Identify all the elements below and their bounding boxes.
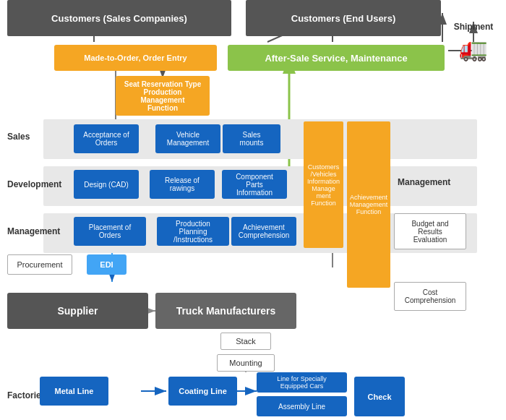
placement-orders-box: Placement of Orders — [74, 217, 146, 246]
acceptance-orders-box: Acceptance of Orders — [74, 124, 139, 153]
procurement-box: Procurement — [7, 254, 72, 275]
achievement-mgmt-box: Achievement Management Function — [347, 121, 390, 288]
check-box: Check — [354, 377, 405, 416]
management-label: Management — [7, 226, 60, 236]
production-planning-box: Production Planning /Instructions — [157, 217, 229, 246]
customers-sales-box: Customers (Sales Companies) — [7, 0, 231, 36]
stack-box: Stack — [220, 333, 271, 350]
supplier-box: Supplier — [7, 293, 148, 329]
specially-equipped-box: Line for Specially Equipped Cars — [257, 372, 347, 393]
sales-mounts-box: Sales mounts — [223, 124, 280, 153]
design-cad-box: Design (CAD) — [74, 170, 139, 199]
edi-box: EDI — [87, 254, 126, 275]
management-right-label: Management — [398, 177, 450, 187]
budget-results-box: Budget and Results Evaluation — [394, 213, 466, 249]
assembly-line-box: Assembly Line — [257, 396, 347, 416]
achievement-comprehension-box: Achievement Comprehension — [231, 217, 296, 246]
component-parts-box: Component Parts Information — [222, 170, 287, 199]
shipment-label: Shipment — [448, 22, 499, 32]
customers-end-box: Customers (End Users) — [246, 0, 441, 36]
customers-vehicles-info-box: Customers /Vehicles Information Manage m… — [304, 121, 343, 248]
development-label: Development — [7, 179, 61, 189]
metal-line-box: Metal Line — [40, 377, 108, 406]
after-sale-box: After-Sale Service, Maintenance — [228, 45, 445, 71]
mounting-box: Mounting — [217, 354, 275, 372]
coating-line-box: Coating Line — [168, 377, 237, 406]
shipment-area: Shipment 🚛 — [448, 22, 499, 62]
truck-icon: 🚛 — [448, 35, 499, 62]
release-drawings-box: Release of rawings — [150, 170, 215, 199]
made-to-order-box: Made-to-Order, Order Entry — [54, 45, 217, 71]
cost-comprehension-box: Cost Comprehension — [394, 282, 466, 311]
seat-reservation-box: Seat Reservation Type Production Managem… — [116, 76, 210, 116]
vehicle-mgmt-box: Vehicle Management — [155, 124, 220, 153]
sales-label: Sales — [7, 132, 30, 142]
truck-manufacturers-box: Truck Manufacturers — [155, 293, 296, 329]
